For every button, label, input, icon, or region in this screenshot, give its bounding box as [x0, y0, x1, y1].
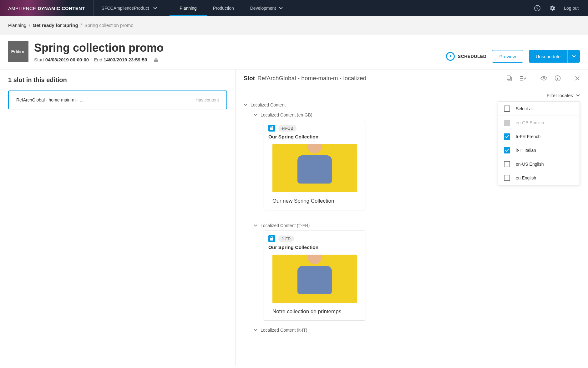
checkbox-checked-icon [504, 147, 510, 153]
lock-icon [268, 125, 275, 132]
locale-option-fr-fr[interactable]: fr-FR French [498, 130, 580, 143]
unschedule-button[interactable]: Unschedule [529, 50, 567, 63]
unschedule-split-button: Unschedule [529, 50, 580, 63]
checkbox-checked-icon [504, 133, 510, 140]
breadcrumb: Planning / Get ready for Spring / Spring… [0, 16, 588, 34]
top-right-actions: ? Log out [534, 5, 588, 12]
breadcrumb-planning[interactable]: Planning [8, 23, 26, 28]
slot-card[interactable]: RefArchGlobal - home-main-m - … Has cont… [8, 91, 227, 109]
gear-icon[interactable] [549, 5, 556, 12]
hub-selector[interactable]: SFCCAmplienceProduct [94, 0, 165, 16]
content-card-fr-fr[interactable]: fr-FR Our Spring Collection Notre collec… [264, 231, 365, 321]
slot-header-icons [506, 74, 580, 82]
breadcrumb-event[interactable]: Get ready for Spring [33, 23, 78, 28]
svg-point-7 [557, 76, 558, 77]
page-header: Edition Spring collection promo Start 04… [0, 34, 588, 70]
brand-logo: AMPLIENCE DYNAMIC CONTENT [0, 0, 94, 16]
copy-icon[interactable] [506, 75, 512, 81]
top-nav: AMPLIENCE DYNAMIC CONTENT SFCCAmplienceP… [0, 0, 588, 16]
chevron-down-icon [254, 224, 257, 227]
checkbox-icon [504, 120, 510, 126]
svg-rect-10 [270, 238, 273, 241]
card-title: Our Spring Collection [268, 245, 361, 250]
svg-rect-8 [557, 78, 558, 80]
chevron-down-icon [254, 329, 257, 331]
hub-name: SFCCAmplienceProduct [102, 6, 149, 11]
chevron-down-icon [279, 7, 283, 9]
chevron-down-icon [244, 104, 247, 106]
edition-dates: Start 04/03/2019 00:00:00 End 14/03/2019… [34, 57, 164, 63]
chevron-down-icon [153, 7, 157, 9]
edition-icon: Edition [8, 41, 28, 62]
card-caption: Notre collection de printemps [268, 308, 361, 315]
slot-header: Slot RefArchGlobal - home-main-m - local… [236, 70, 588, 87]
page-header-text: Spring collection promo Start 04/03/2019… [34, 41, 164, 63]
unschedule-caret[interactable] [567, 50, 580, 63]
nav-planning[interactable]: Planning [171, 0, 205, 16]
locale-option-en-us[interactable]: en-US English [498, 157, 580, 171]
status-scheduled: SCHEDULED [446, 52, 487, 61]
filter-locales-toggle[interactable]: Filter locales [547, 93, 580, 98]
checkbox-icon [504, 161, 510, 167]
nav-production[interactable]: Production [205, 0, 242, 16]
svg-rect-9 [270, 127, 273, 130]
svg-point-5 [543, 77, 545, 79]
slot-card-name: RefArchGlobal - home-main-m - … [16, 97, 84, 102]
checkbox-icon [504, 106, 510, 112]
slots-heading: 1 slot in this edition [8, 76, 227, 84]
slot-detail-pane: Slot RefArchGlobal - home-main-m - local… [236, 70, 588, 365]
logout-link[interactable]: Log out [564, 6, 579, 11]
card-caption: Our new Spring Collection. [268, 198, 361, 204]
lock-icon [154, 57, 159, 63]
main-content: 1 slot in this edition RefArchGlobal - h… [0, 70, 588, 365]
content-card-en-gb[interactable]: en-GB Our Spring Collection Our new Spri… [264, 120, 365, 210]
slot-header-name: RefArchGlobal - home-main-m - localized [257, 75, 366, 82]
breadcrumb-current: Spring collection promo [84, 23, 134, 28]
brand-bold: DYNAMIC CONTENT [38, 6, 85, 11]
section-it-it[interactable]: Localized Content (it-IT) [254, 325, 580, 335]
brand-light: AMPLIENCE [8, 6, 36, 11]
nav-items: Planning Production Development [171, 0, 291, 16]
clock-icon [446, 52, 455, 61]
locale-option-en[interactable]: en English [498, 171, 580, 185]
card-title: Our Spring Collection [268, 134, 361, 140]
slot-header-label: Slot [244, 75, 255, 82]
close-icon[interactable] [575, 76, 580, 81]
svg-rect-3 [508, 77, 511, 81]
svg-text:?: ? [536, 6, 539, 10]
help-icon[interactable]: ? [534, 5, 541, 12]
locale-option-it-it[interactable]: it-IT Italian [498, 143, 580, 157]
info-icon[interactable] [555, 75, 561, 81]
card-image [272, 144, 357, 192]
locale-option-select-all[interactable]: Select all [498, 102, 580, 116]
eye-icon[interactable] [540, 76, 548, 81]
chevron-down-icon [254, 114, 257, 116]
nav-development[interactable]: Development [242, 0, 291, 16]
preview-button[interactable]: Preview [492, 50, 523, 63]
checkbox-icon [504, 175, 510, 181]
section-fr-fr[interactable]: Localized Content (fr-FR) [254, 220, 580, 231]
slot-body: Filter locales Select all en-GB English … [236, 87, 588, 365]
checklist-icon[interactable] [519, 75, 526, 81]
locale-tag: fr-FR [278, 236, 294, 242]
locale-tag: en-GB [278, 125, 297, 132]
slots-pane: 1 slot in this edition RefArchGlobal - h… [0, 70, 236, 365]
locale-dropdown: Select all en-GB English fr-FR French it… [498, 101, 580, 185]
svg-rect-4 [507, 76, 510, 80]
locale-option-en-gb: en-GB English [498, 116, 580, 130]
svg-rect-2 [154, 60, 158, 62]
header-actions: SCHEDULED Preview Unschedule [446, 50, 580, 63]
chevron-down-icon [576, 94, 580, 97]
card-image [272, 255, 357, 303]
section-divider [250, 216, 580, 216]
lock-icon [268, 235, 275, 242]
page-title: Spring collection promo [34, 41, 164, 54]
slot-card-status: Has content [195, 97, 219, 102]
